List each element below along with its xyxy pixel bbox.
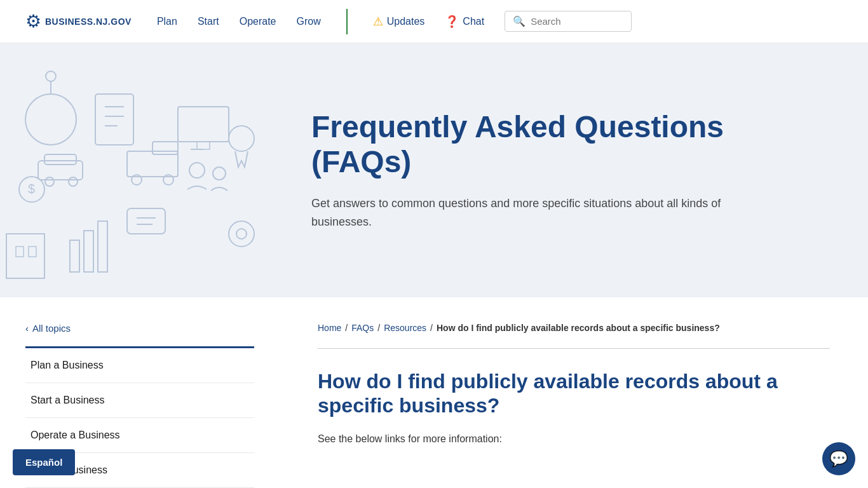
svg-point-29	[229, 126, 254, 151]
sidebar-item-operate-a-business[interactable]: Operate a Business	[25, 418, 254, 452]
nav-start[interactable]: Start	[198, 16, 219, 27]
svg-rect-24	[127, 208, 165, 234]
breadcrumb-sep-2: /	[377, 323, 380, 333]
svg-rect-3	[95, 94, 133, 145]
question-circle-icon: ❓	[445, 15, 459, 29]
article-body: See the below links for more information…	[318, 431, 830, 447]
chat-label: Chat	[463, 16, 484, 27]
svg-rect-22	[197, 142, 210, 149]
chevron-left-icon: ‹	[25, 323, 29, 334]
list-item: Start a Business	[25, 383, 254, 418]
chat-bubble-button[interactable]: 💬	[822, 442, 855, 475]
svg-rect-17	[84, 231, 93, 272]
list-item: Operate a Business	[25, 418, 254, 453]
breadcrumb-home[interactable]: Home	[318, 323, 341, 333]
main-article: Home / FAQs / Resources / How do I find …	[280, 297, 868, 488]
site-logo[interactable]: ⚙ BUSINESS.NJ.GOV	[25, 11, 132, 32]
svg-point-32	[45, 177, 54, 186]
breadcrumb: Home / FAQs / Resources / How do I find …	[318, 323, 830, 333]
main-nav: Plan Start Operate Grow ⚠ Updates ❓ Chat…	[157, 9, 843, 34]
sidebar-item-start-a-business[interactable]: Start a Business	[25, 383, 254, 417]
sidebar-item-plan-a-business[interactable]: Plan a Business	[25, 348, 254, 383]
nav-updates[interactable]: ⚠ Updates	[373, 15, 425, 29]
breadcrumb-sep-1: /	[345, 323, 348, 333]
nav-chat[interactable]: ❓ Chat	[445, 15, 484, 29]
nav-plan[interactable]: Plan	[157, 16, 177, 27]
svg-rect-11	[29, 247, 36, 257]
article-title: How do I find publicly available records…	[318, 369, 830, 418]
breadcrumb-sep-3: /	[430, 323, 433, 333]
list-item: Plan a Business	[25, 348, 254, 383]
chat-bubble-icon: 💬	[829, 450, 848, 468]
svg-point-20	[213, 167, 226, 180]
search-input[interactable]	[531, 16, 623, 27]
svg-point-28	[236, 229, 247, 239]
svg-point-0	[25, 94, 76, 145]
search-box[interactable]: 🔍	[505, 11, 632, 32]
svg-point-33	[69, 177, 78, 186]
back-link[interactable]: ‹ All topics	[25, 323, 254, 334]
hero-content: Frequently Asked Questions (FAQs) Get an…	[286, 43, 868, 297]
alert-triangle-icon: ⚠	[373, 15, 383, 29]
updates-label: Updates	[387, 16, 425, 27]
hero-description: Get answers to common questions and more…	[311, 194, 756, 231]
back-label: All topics	[32, 323, 71, 334]
logo-text: BUSINESS.NJ.GOV	[45, 17, 132, 27]
breadcrumb-faqs[interactable]: FAQs	[351, 323, 374, 333]
logo-icon: ⚙	[25, 11, 41, 32]
nav-operate[interactable]: Operate	[240, 16, 276, 27]
breadcrumb-current: How do I find publicly available records…	[437, 323, 720, 333]
site-header: ⚙ BUSINESS.NJ.GOV Plan Start Operate Gro…	[0, 0, 868, 43]
hero-title: Frequently Asked Questions (FAQs)	[311, 109, 830, 179]
svg-point-27	[229, 221, 254, 247]
nav-grow[interactable]: Grow	[297, 16, 321, 27]
svg-rect-18	[98, 221, 107, 272]
article-divider	[318, 348, 830, 349]
hero-section: $	[0, 43, 868, 297]
svg-rect-10	[16, 247, 24, 257]
svg-rect-21	[178, 107, 229, 142]
nav-divider	[346, 9, 348, 34]
search-icon: 🔍	[513, 15, 526, 27]
hero-illustration: $	[0, 43, 286, 297]
espanol-button[interactable]: Español	[13, 449, 75, 475]
svg-rect-9	[6, 234, 44, 278]
content-area: ‹ All topics Plan a Business Start a Bus…	[0, 297, 868, 488]
svg-rect-31	[44, 154, 76, 165]
svg-rect-16	[70, 240, 79, 272]
svg-point-2	[46, 71, 56, 81]
svg-point-19	[189, 163, 205, 178]
svg-rect-13	[153, 142, 178, 154]
breadcrumb-resources[interactable]: Resources	[384, 323, 426, 333]
svg-text:$: $	[28, 182, 35, 196]
